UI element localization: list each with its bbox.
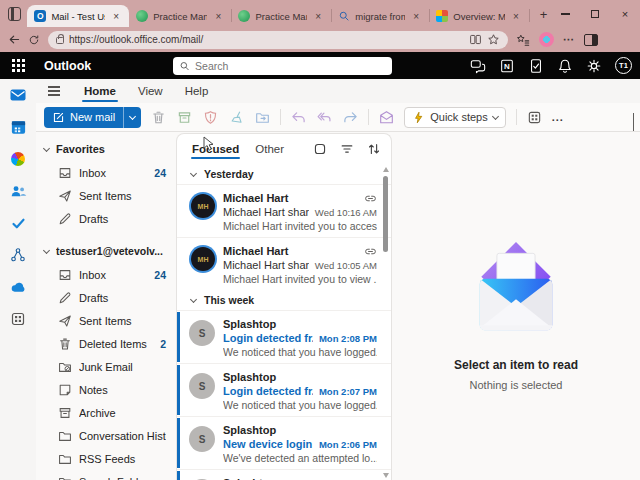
preview: Michael Hart invited you to view ... — [223, 273, 377, 286]
onenote-feed-icon[interactable] — [499, 58, 515, 74]
message-row[interactable]: S Splashtop Login detected fr... Mon 2:0… — [177, 310, 391, 363]
browser-tab-search[interactable]: migrate from dr × — [331, 5, 429, 27]
browser-address-bar: https://outlook.office.com/mail/ ⋯ — [0, 27, 640, 52]
url-text[interactable]: https://outlook.office.com/mail/ — [69, 34, 464, 45]
rail-office-icon[interactable] — [9, 150, 27, 168]
tab-close-icon[interactable]: × — [312, 11, 324, 22]
tab-other[interactable]: Other — [254, 139, 285, 159]
delete-icon[interactable] — [151, 110, 166, 125]
forward-icon[interactable] — [343, 110, 358, 125]
favorites-header[interactable]: Favorites — [36, 137, 176, 161]
search-box[interactable] — [173, 57, 392, 75]
sidebar-toggle-icon[interactable] — [584, 34, 598, 46]
sweep-icon[interactable] — [229, 110, 244, 125]
rail-people-icon[interactable] — [9, 182, 27, 200]
close-window-button[interactable]: × — [610, 5, 640, 23]
folder-rss[interactable]: RSS Feeds — [36, 447, 176, 470]
folder-deleted[interactable]: Deleted Items 2 — [36, 332, 176, 355]
rail-calendar-icon[interactable] — [9, 118, 27, 136]
browser-tab-mail[interactable]: O Mail - Test User 1 × — [27, 5, 129, 27]
tab-search-icon[interactable] — [8, 7, 21, 21]
tab-close-icon[interactable]: × — [410, 11, 422, 22]
account-avatar[interactable]: T1 — [615, 57, 632, 74]
folder-drafts[interactable]: Drafts — [36, 286, 176, 309]
subject: Michael Hart shar... — [223, 258, 309, 272]
new-tab-button[interactable]: + — [537, 7, 550, 22]
folder-sent[interactable]: Sent Items — [36, 309, 176, 332]
inbox-icon — [58, 166, 72, 180]
folder-conversation-history[interactable]: Conversation Histo... — [36, 424, 176, 447]
tab-close-icon[interactable]: × — [110, 11, 122, 22]
scrollbar-thumb[interactable] — [383, 176, 388, 252]
read-unread-icon[interactable] — [379, 110, 394, 125]
refresh-icon[interactable] — [28, 34, 42, 46]
settings-gear-icon[interactable] — [586, 58, 602, 74]
url-field[interactable]: https://outlook.office.com/mail/ — [48, 31, 508, 49]
toolbar-apps-icon[interactable] — [527, 110, 542, 125]
folder-junk[interactable]: Junk Email — [36, 355, 176, 378]
move-to-icon[interactable] — [255, 110, 270, 125]
rail-org-icon[interactable] — [9, 246, 27, 264]
notifications-bell-icon[interactable] — [557, 58, 573, 74]
folder-search-folders[interactable]: Search Folders — [36, 470, 176, 480]
maximize-button[interactable] — [580, 5, 610, 23]
report-icon[interactable] — [203, 110, 218, 125]
message-row[interactable]: S Splashtop Login detected fr... Mon 2:0… — [177, 363, 391, 416]
message-row-partial[interactable]: S Splashtop — [177, 469, 391, 480]
preview: Michael Hart invited you to acces... — [223, 220, 377, 233]
rail-todo-icon[interactable] — [9, 214, 27, 232]
group-yesterday[interactable]: Yesterday — [177, 164, 391, 184]
filter-icon[interactable] — [340, 142, 354, 156]
scroll-up-icon[interactable] — [383, 167, 389, 172]
folder-favorite-inbox[interactable]: Inbox 24 — [36, 161, 176, 184]
todo-panel-icon[interactable] — [528, 58, 544, 74]
message-row[interactable]: S Splashtop New device login ... Mon 2:0… — [177, 416, 391, 469]
folder-archive[interactable]: Archive — [36, 401, 176, 424]
hamburger-icon[interactable] — [48, 86, 60, 96]
account-header[interactable]: testuser1@vetevolv... — [36, 239, 176, 263]
sort-icon[interactable] — [367, 142, 381, 156]
message-row[interactable]: MH Michael Hart Michael Hart shar... Wed… — [177, 184, 391, 237]
folder-favorite-drafts[interactable]: Drafts — [36, 207, 176, 230]
back-icon[interactable] — [8, 33, 22, 46]
teams-chat-icon[interactable] — [470, 58, 486, 74]
search-input[interactable] — [195, 60, 386, 72]
rail-more-apps-icon[interactable] — [9, 310, 27, 328]
new-mail-dropdown[interactable] — [123, 107, 141, 128]
split-screen-icon[interactable] — [469, 33, 482, 46]
browser-menu-icon[interactable]: ⋯ — [563, 33, 575, 46]
browser-tab-practice-1[interactable]: Practice Manager × — [129, 5, 231, 27]
ribbon-tab-home[interactable]: Home — [82, 82, 118, 100]
favorite-star-icon[interactable] — [487, 33, 500, 46]
rail-mail-icon[interactable] — [9, 86, 27, 104]
scroll-down-icon[interactable] — [383, 473, 389, 478]
folder-notes[interactable]: Notes — [36, 378, 176, 401]
ribbon-tab-help[interactable]: Help — [183, 82, 211, 100]
select-messages-icon[interactable] — [313, 142, 327, 156]
sender: Michael Hart — [223, 245, 288, 258]
minimize-button[interactable] — [550, 5, 580, 23]
group-this-week[interactable]: This week — [177, 290, 391, 310]
practice-favicon — [136, 10, 148, 22]
archive-icon[interactable] — [177, 110, 192, 125]
message-row[interactable]: MH Michael Hart Michael Hart shar... Wed… — [177, 237, 391, 290]
tab-close-icon[interactable]: × — [212, 11, 224, 22]
collapse-toolbar-icon[interactable] — [633, 113, 634, 131]
favorites-bar-icon[interactable] — [516, 33, 530, 47]
toolbar-more-icon[interactable]: ... — [552, 111, 564, 123]
browser-tab-practice-2[interactable]: Practice Manage × — [231, 5, 331, 27]
note-icon — [58, 383, 72, 397]
browser-tab-overview[interactable]: Overview: Migrat × — [429, 5, 529, 27]
reply-all-icon[interactable] — [317, 110, 332, 125]
quick-steps-button[interactable]: Quick steps — [404, 107, 505, 128]
folder-favorite-sent[interactable]: Sent Items — [36, 184, 176, 207]
new-mail-button[interactable]: New mail — [44, 107, 141, 128]
list-scrollbar[interactable] — [381, 166, 390, 480]
reply-icon[interactable] — [291, 110, 306, 125]
tab-close-icon[interactable]: × — [510, 11, 522, 22]
browser-profile-avatar[interactable] — [539, 32, 554, 47]
app-launcher-icon[interactable] — [0, 64, 36, 67]
ribbon-tab-view[interactable]: View — [136, 82, 165, 100]
rail-onedrive-icon[interactable] — [9, 278, 27, 296]
folder-inbox[interactable]: Inbox 24 — [36, 263, 176, 286]
